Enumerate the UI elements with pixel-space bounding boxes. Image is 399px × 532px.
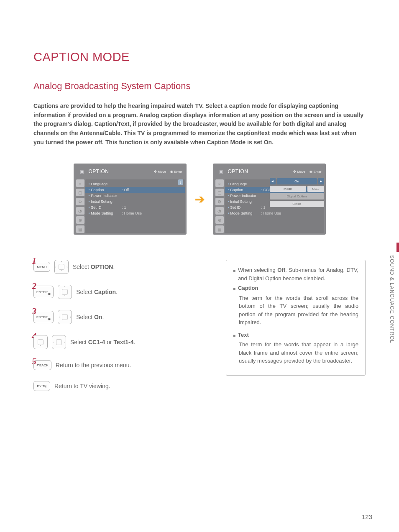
nav-pad-icon: ˅	[33, 335, 48, 349]
step-2: 2 ENTER◉ ˄˅ Select Caption.	[33, 285, 201, 299]
step-text: Select CC1-4 or Text1-4.	[70, 339, 135, 345]
step-text: Select Caption.	[76, 289, 118, 295]
step-1: 1 MENU ˄˅ ‹› Select OPTION.	[33, 260, 201, 274]
bullet-icon: ■	[233, 266, 235, 282]
step-3: 3 ENTER◉ ‹› Select On.	[33, 310, 201, 324]
osd-before: ▣ OPTION ✥ Move ◉ Enter ☼ ▢ ⚙ ◔ ⊕ ▤	[74, 164, 187, 235]
text-heading: Text	[238, 331, 249, 339]
page-title: CAPTION MODE	[33, 50, 366, 64]
osd-side-icon: ◔	[76, 207, 84, 215]
osd-title: OPTION	[89, 169, 109, 174]
enter-hint: ◉ Enter	[170, 170, 182, 174]
arrow-icon: ➔	[195, 192, 205, 206]
text-body: The term for the words that appear in a …	[233, 340, 358, 365]
step-text: Select On.	[76, 314, 104, 320]
accent-bar	[396, 243, 399, 252]
osd-side-icon: ⚙	[76, 198, 84, 205]
mode-value: CC1	[307, 186, 324, 192]
osd-side-icon: ⊕	[76, 216, 84, 224]
exit-key: EXIT ⎘	[33, 381, 50, 391]
nav-pad-icon: ‹›	[52, 335, 66, 349]
nav-pad-icon: ˄˅	[58, 285, 72, 299]
tv-icon: ▣	[217, 167, 225, 176]
step-number: 5	[32, 356, 36, 367]
osd-side-icon: ▤	[215, 225, 224, 233]
enter-key: ENTER◉	[33, 286, 54, 298]
page-number: 123	[362, 513, 372, 520]
bullet-icon: ■	[233, 331, 235, 339]
bullet-icon: ■	[233, 284, 235, 292]
right-arrow-button[interactable]: ►	[318, 178, 324, 184]
osd-side-icon: ▢	[215, 189, 224, 196]
enter-key: ENTER◉	[33, 311, 54, 323]
scroll-icon: ↕	[178, 179, 183, 185]
osd-item-setid: Set ID: 1	[85, 205, 185, 210]
osd-side-icon: ▢	[76, 189, 84, 196]
page-subtitle: Analog Broadcasting System Captions	[33, 81, 366, 92]
steps-list: 1 MENU ˄˅ ‹› Select OPTION. 2 ENTER◉ ˄˅	[33, 260, 201, 402]
osd-item-initial: Initial Setting	[85, 199, 185, 205]
osd-item-mode: Mode Setting: Home Use	[85, 210, 185, 216]
step-number: 3	[32, 306, 36, 317]
step-number: 1	[32, 256, 36, 266]
section-tab: SOUND & LANGUAGE CONTROL	[389, 243, 399, 360]
osd-side-icon: ◔	[215, 207, 224, 215]
osd-side-icon: ☼	[76, 179, 84, 187]
osd-side-icon: ⚙	[215, 198, 224, 205]
move-hint: ✥ Move	[293, 170, 305, 174]
close-button[interactable]: Close	[270, 201, 324, 207]
osd-after: ▣ OPTION ✥ Move ◉ Enter ☼ ▢ ⚙ ◔ ⊕ ▤	[213, 164, 326, 235]
notes-box: ■ When selecting Off, Sub-menus for Anal…	[226, 260, 366, 376]
move-hint: ✥ Move	[154, 170, 166, 174]
on-button[interactable]: On	[277, 178, 317, 184]
step-text: Select OPTION.	[73, 263, 115, 270]
osd-item-mode: Mode Setting: Home Use	[225, 210, 324, 216]
step-number: 2	[32, 281, 36, 292]
osd-side-icon: ⊕	[215, 216, 224, 224]
nav-pad-icon: ˄˅ ‹›	[54, 260, 69, 274]
step-6: EXIT ⎘ Return to TV viewing.	[33, 381, 201, 391]
osd-item-caption: Caption: Off	[85, 187, 185, 193]
osd-screenshots: ▣ OPTION ✥ Move ◉ Enter ☼ ▢ ⚙ ◔ ⊕ ▤	[33, 164, 366, 235]
nav-pad-icon: ‹›	[58, 310, 72, 324]
digital-option-button: Digital Option	[270, 193, 324, 200]
osd-item-power: Power Indicator	[85, 193, 185, 199]
step-text: Return to the previous menu.	[56, 362, 131, 368]
osd-title: OPTION	[228, 169, 248, 174]
osd-side-icon: ☼	[215, 179, 224, 187]
intro-paragraph: Captions are provided to help the hearin…	[33, 102, 366, 147]
mode-label: Mode	[270, 186, 306, 192]
osd-side-icon: ▤	[76, 225, 84, 233]
step-4: 4 ˅ ‹› Select CC1-4 or Text1-4.	[33, 335, 201, 349]
caption-heading: Caption	[238, 284, 258, 292]
caption-popup: ◄ On ► Mode CC1 Digital Option Close	[270, 178, 324, 208]
caption-body: The term for the words that scroll acros…	[233, 294, 358, 327]
step-text: Return to TV viewing.	[54, 383, 110, 389]
step-5: 5 ↶BACK Return to the previous menu.	[33, 360, 201, 370]
tv-icon: ▣	[78, 167, 86, 176]
osd-item-language: Language	[85, 181, 185, 187]
enter-hint: ◉ Enter	[309, 170, 321, 174]
section-label: SOUND & LANGUAGE CONTROL	[389, 255, 395, 343]
left-arrow-button[interactable]: ◄	[270, 178, 276, 184]
